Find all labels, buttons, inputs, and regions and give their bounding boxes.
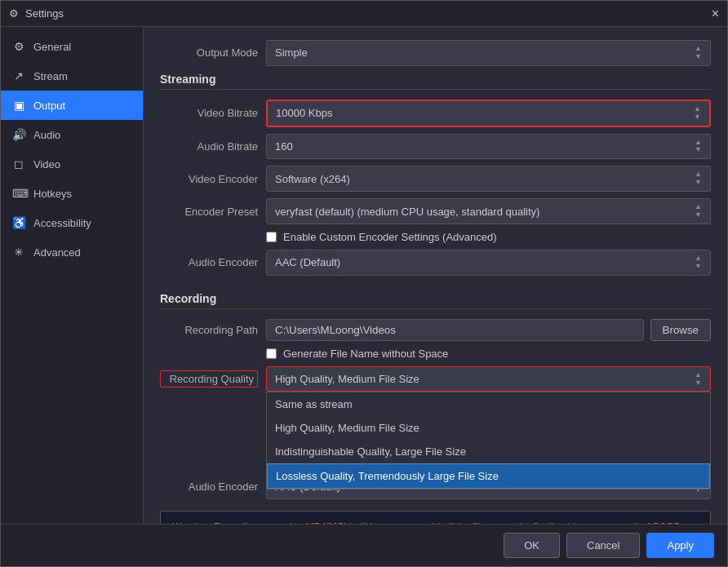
audio-icon: 🔊 [12,128,25,141]
output-mode-select[interactable]: Simple ▲▼ [266,40,711,66]
encoder-preset-value: veryfast (default) (medium CPU usage, st… [275,206,539,218]
cancel-button[interactable]: Cancel [566,533,640,558]
audio-encoder-value: AAC (Default) [275,256,340,268]
dropdown-item-high-quality[interactable]: High Quality, Medium File Size [267,416,710,440]
custom-encoder-checkbox[interactable] [266,232,277,242]
title-bar-left: ⚙ Settings [9,7,64,20]
encoder-preset-label: Encoder Preset [160,206,258,218]
dropdown-item-lossless[interactable]: Lossless Quality, Tremendously Large Fil… [267,463,710,489]
sidebar-item-audio[interactable]: 🔊 Audio [1,120,143,149]
recording-quality-container: High Quality, Medium File Size ▲▼ Same a… [266,366,711,392]
output-mode-row: Output Mode Simple ▲▼ [160,40,711,66]
audio-bitrate-field[interactable]: 160 ▲▼ [266,134,711,160]
advanced-icon: ✳ [12,246,25,259]
video-encoder-label: Video Encoder [160,173,258,185]
recording-path-input[interactable] [266,319,644,341]
recording-header: Recording [160,292,711,309]
sidebar-item-video[interactable]: ◻ Video [1,149,143,179]
encoder-preset-row: Encoder Preset veryfast (default) (mediu… [160,198,711,224]
dropdown-item-same-as-stream[interactable]: Same as stream [267,392,710,416]
output-mode-value: Simple [275,47,308,59]
sidebar-label-video: Video [33,158,60,171]
video-encoder-value: Software (x264) [275,173,350,185]
ok-button[interactable]: OK [504,533,560,558]
recording-path-row: Recording Path Browse [160,319,711,341]
audio-bitrate-row: Audio Bitrate 160 ▲▼ [160,134,711,160]
sidebar-item-hotkeys[interactable]: ⌨ Hotkeys [1,179,143,208]
recording-quality-dropdown: Same as stream High Quality, Medium File… [266,392,711,489]
audio-encoder2-label: Audio Encoder [160,481,258,493]
video-encoder-select[interactable]: Software (x264) ▲▼ [266,166,711,192]
audio-encoder-row: Audio Encoder AAC (Default) ▲▼ [160,250,711,276]
video-bitrate-row: Video Bitrate 10000 Kbps ▲▼ [160,100,711,127]
apply-button[interactable]: Apply [646,533,714,558]
sidebar: ⚙ General ↗ Stream ▣ Output 🔊 Audio ◻ Vi… [1,27,144,524]
recording-section: Recording Recording Path Browse Generate… [160,292,711,524]
stream-icon: ↗ [12,69,25,82]
sidebar-label-audio: Audio [33,129,60,141]
recording-quality-row: Recording Quality High Quality, Medium F… [160,366,711,392]
sidebar-label-accessibility: Accessibility [33,217,91,229]
recording-quality-label: Recording Quality [160,370,258,388]
sidebar-label-general: General [33,41,71,53]
sidebar-item-general[interactable]: ⚙ General [1,32,143,61]
content-area: Output Mode Simple ▲▼ Streaming Video Bi… [144,27,727,524]
browse-button[interactable]: Browse [650,319,711,341]
streaming-header: Streaming [160,73,711,90]
sidebar-item-output[interactable]: ▣ Output [1,91,143,120]
custom-encoder-label: Enable Custom Encoder Settings (Advanced… [283,231,497,243]
audio-encoder-arrows: ▲▼ [695,255,702,271]
recording-quality-value: High Quality, Medium File Size [275,373,419,385]
sidebar-item-advanced[interactable]: ✳ Advanced [1,237,143,267]
sidebar-label-hotkeys: Hotkeys [33,188,72,200]
sidebar-item-accessibility[interactable]: ♿ Accessibility [1,208,143,237]
generate-filename-checkbox[interactable] [266,348,277,359]
general-icon: ⚙ [12,40,25,53]
video-icon: ◻ [12,157,25,171]
output-icon: ▣ [12,99,25,112]
recording-quality-arrows: ▲▼ [695,371,702,388]
close-button[interactable]: × [712,7,719,21]
audio-encoder-label: Audio Encoder [160,256,258,268]
video-encoder-row: Video Encoder Software (x264) ▲▼ [160,166,711,192]
sidebar-label-advanced: Advanced [33,246,81,259]
title-bar: ⚙ Settings × [1,1,727,27]
accessibility-icon: ♿ [12,216,25,229]
footer: OK Cancel Apply [1,524,727,566]
sidebar-label-output: Output [33,100,65,112]
generate-filename-row: Generate File Name without Space [266,348,711,360]
warning-box: Warning: Recordings saved to MP4/MOV wil… [160,511,711,524]
dropdown-item-indistinguishable[interactable]: Indistinguishable Quality, Large File Si… [267,440,710,463]
window-title: Settings [25,7,64,20]
video-bitrate-value: 10000 Kbps [276,107,332,119]
video-bitrate-arrows: ▲▼ [694,105,701,122]
recording-quality-select[interactable]: High Quality, Medium File Size ▲▼ [266,366,711,392]
sidebar-item-stream[interactable]: ↗ Stream [1,61,143,91]
streaming-section: Streaming Video Bitrate 10000 Kbps ▲▼ Au… [160,73,711,276]
recording-path-label: Recording Path [160,324,258,336]
generate-filename-label: Generate File Name without Space [283,348,448,360]
sidebar-label-stream: Stream [33,70,68,82]
video-bitrate-label: Video Bitrate [160,107,258,119]
encoder-preset-arrows: ▲▼ [695,203,702,219]
video-bitrate-field[interactable]: 10000 Kbps ▲▼ [266,100,711,127]
custom-encoder-row: Enable Custom Encoder Settings (Advanced… [266,231,711,243]
audio-encoder-select[interactable]: AAC (Default) ▲▼ [266,250,711,276]
settings-window: ⚙ Settings × ⚙ General ↗ Stream ▣ Output… [0,0,728,567]
audio-bitrate-label: Audio Bitrate [160,140,258,153]
main-content: ⚙ General ↗ Stream ▣ Output 🔊 Audio ◻ Vi… [1,27,727,524]
audio-bitrate-value: 160 [275,140,293,153]
output-mode-label: Output Mode [160,47,258,59]
encoder-preset-select[interactable]: veryfast (default) (medium CPU usage, st… [266,198,711,224]
output-mode-arrows: ▲▼ [695,45,702,61]
hotkeys-icon: ⌨ [12,187,25,200]
video-encoder-arrows: ▲▼ [695,171,702,187]
settings-icon: ⚙ [9,7,19,20]
audio-bitrate-arrows: ▲▼ [695,139,702,155]
